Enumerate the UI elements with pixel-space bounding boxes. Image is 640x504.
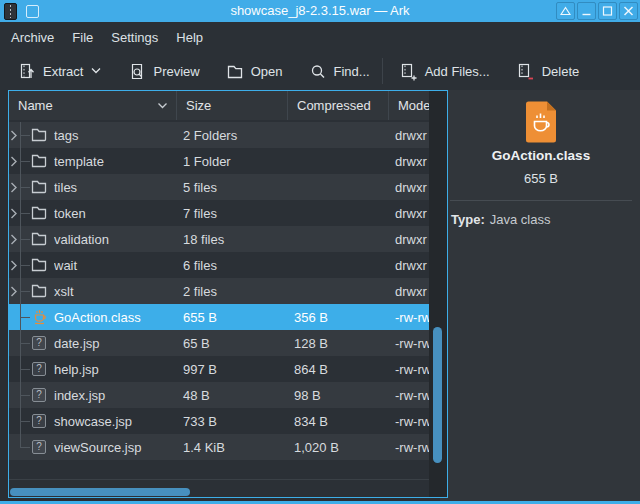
chevron-down-icon[interactable] [90, 67, 102, 75]
expand-chevron-icon[interactable] [10, 208, 18, 219]
open-button[interactable]: Open [220, 58, 289, 85]
table-row[interactable]: template1 Folderdrwxr [9, 148, 430, 174]
table-row[interactable]: validation18 filesdrwxr [9, 226, 430, 252]
tree-branch [9, 200, 30, 226]
preview-button[interactable]: Preview [122, 58, 205, 85]
cell-mode: drwxr [388, 180, 430, 195]
cell-compressed: 834 B [287, 414, 388, 429]
ark-app-icon [4, 3, 17, 20]
tree-branch [9, 226, 30, 252]
horizontal-scrollbar-thumb[interactable] [10, 488, 190, 496]
add-files-icon [399, 62, 418, 81]
table-row[interactable]: ?help.jsp997 B864 B-rw-rw [9, 356, 430, 382]
table-row[interactable]: token7 filesdrwxr [9, 200, 430, 226]
vertical-scrollbar-track[interactable] [429, 91, 447, 497]
table-row[interactable]: ?index.jsp48 B98 B-rw-rw [9, 382, 430, 408]
table-row[interactable]: ?date.jsp65 B128 B-rw-rw [9, 330, 430, 356]
tree-branch [9, 330, 30, 356]
cell-name: wait [54, 258, 176, 273]
cell-name: help.jsp [54, 362, 176, 377]
unknown-file-icon: ? [32, 414, 46, 428]
minimize-icon [581, 6, 592, 16]
cell-name: token [54, 206, 176, 221]
vertical-scrollbar-thumb[interactable] [433, 327, 442, 463]
table-row[interactable]: wait6 filesdrwxr [9, 252, 430, 278]
tree-branch [9, 434, 30, 460]
add-files-button[interactable]: Add Files... [393, 58, 496, 85]
column-header-compressed[interactable]: Compressed [287, 91, 388, 120]
cell-size: 2 Folders [176, 128, 287, 143]
minimize-button[interactable] [577, 2, 596, 20]
keep-above-icon [560, 6, 571, 16]
window-title: showcase_j8-2.3.15.war — Ark [120, 0, 520, 22]
keep-above-button[interactable] [556, 2, 575, 20]
unknown-file-icon: ? [32, 336, 46, 350]
cell-size: 7 files [176, 206, 287, 221]
java-class-file-icon [524, 100, 558, 144]
cell-compressed: 128 B [287, 336, 388, 351]
open-label: Open [251, 64, 283, 79]
titlebar[interactable]: showcase_j8-2.3.15.war — Ark [0, 0, 640, 22]
column-header-size[interactable]: Size [176, 91, 287, 120]
delete-button[interactable]: Delete [510, 58, 586, 85]
cell-mode: -rw-rw [388, 362, 430, 377]
preview-label: Preview [153, 64, 199, 79]
cell-size: 18 files [176, 232, 287, 247]
unknown-file-icon: ? [32, 362, 46, 376]
menu-item-settings[interactable]: Settings [102, 26, 167, 49]
close-icon [623, 6, 634, 16]
table-row[interactable]: tags2 Foldersdrwxr [9, 122, 430, 148]
cell-mode: drwxr [388, 206, 430, 221]
cell-mode: -rw-rw [388, 414, 430, 429]
expand-chevron-icon[interactable] [10, 286, 18, 297]
expand-chevron-icon[interactable] [10, 156, 18, 167]
table-row[interactable]: tiles5 filesdrwxr [9, 174, 430, 200]
folder-icon [31, 258, 47, 272]
delete-icon [516, 62, 535, 81]
cell-name: viewSource.jsp [54, 440, 176, 455]
info-file-size: 655 B [450, 171, 632, 186]
unknown-file-icon: ? [32, 440, 46, 454]
column-header-name[interactable]: Name [9, 91, 176, 120]
tree-branch [9, 174, 30, 200]
tree-branch [9, 356, 30, 382]
menubar: ArchiveFileSettingsHelp [0, 22, 640, 52]
folder-icon [31, 206, 47, 220]
table-row[interactable]: xslt2 filesdrwxr [9, 278, 430, 304]
find-label: Find... [334, 64, 370, 79]
expand-chevron-icon[interactable] [10, 130, 18, 141]
column-header-mode[interactable]: Mode [388, 91, 430, 120]
tree-branch [9, 304, 30, 330]
main-area: GoAction.class 655 B Type:Java class Nam… [0, 90, 640, 501]
preview-icon [128, 62, 146, 81]
extract-button[interactable]: Extract [12, 58, 108, 85]
cell-name: showcase.jsp [54, 414, 176, 429]
maximize-button[interactable] [598, 2, 617, 20]
table-row[interactable]: ?showcase.jsp733 B834 B-rw-rw [9, 408, 430, 434]
expand-chevron-icon[interactable] [10, 234, 18, 245]
close-button[interactable] [619, 2, 638, 20]
menu-item-archive[interactable]: Archive [2, 26, 63, 49]
on-all-desktops-button[interactable] [26, 5, 39, 18]
table-row[interactable]: ?viewSource.jsp1.4 KiB1,020 B-rw-rw [9, 434, 430, 460]
unknown-file-icon: ? [32, 388, 46, 402]
menu-item-help[interactable]: Help [167, 26, 212, 49]
cell-name: index.jsp [54, 388, 176, 403]
open-folder-icon [226, 62, 244, 81]
maximize-icon [602, 6, 613, 16]
cell-name: template [54, 154, 176, 169]
info-file-name: GoAction.class [450, 148, 632, 163]
cell-size: 733 B [176, 414, 287, 429]
menu-item-file[interactable]: File [63, 26, 102, 49]
cell-compressed: 356 B [287, 310, 388, 325]
sort-descending-icon [156, 102, 169, 110]
cell-mode: drwxr [388, 284, 430, 299]
expand-chevron-icon[interactable] [10, 182, 18, 193]
tree-branch [9, 278, 30, 304]
cell-name: validation [54, 232, 176, 247]
table-row[interactable]: GoAction.class655 B356 B-rw-rw [9, 304, 430, 330]
extract-icon [18, 62, 36, 81]
expand-chevron-icon[interactable] [10, 260, 18, 271]
find-button[interactable]: Find... [303, 58, 376, 85]
toolbar: Extract Preview Open Find... Add [0, 52, 640, 90]
